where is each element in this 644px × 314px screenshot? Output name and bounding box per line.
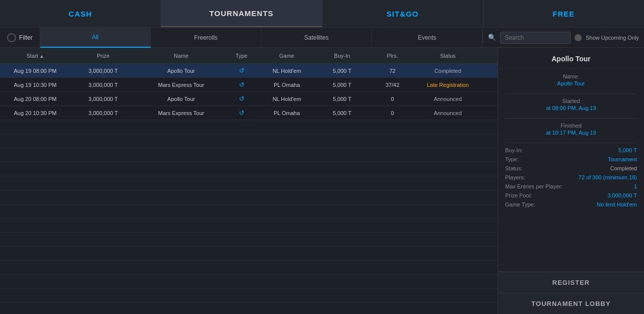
search-input[interactable] [500,32,571,44]
col-plrs[interactable]: Plrs. [367,53,418,59]
cell-start: Aug 19 08:00 PM [0,68,70,74]
empty-row [0,134,498,148]
empty-row [0,204,498,219]
right-panel: Apollo Tour Name: Apollo Tour Started at… [498,48,644,314]
detail-field-val: 3,000,000 T [607,192,637,198]
cell-type-icon: ↺ [226,109,257,117]
col-game[interactable]: Game [257,53,317,59]
panel-body: Name: Apollo Tour Started at 08:00 PM, A… [498,68,644,271]
detail-fields: Buy-In: 5,000 T Type: Tournament Status:… [505,147,637,207]
cell-name: Apollo Tour [136,96,226,102]
detail-field-row: Buy-In: 5,000 T [505,147,637,153]
cell-status: Announced [418,96,478,102]
sub-nav-items: All Freerolls Satellites Events [40,28,483,48]
empty-row [0,303,498,314]
tab-cash[interactable]: CASH [0,0,161,27]
detail-field-row: Type: Tournament [505,156,637,162]
detail-field-row: Game Type: No limit Hold'em [505,201,637,207]
cell-plrs: 37/42 [367,82,418,88]
detail-field-row: Prize Pool: 3,000,000 T [505,192,637,198]
table-row[interactable]: Aug 20 10:30 PM 3,000,000 T Mars Express… [0,106,498,120]
empty-row [0,275,498,289]
cell-start: Aug 20 08:00 PM [0,96,70,102]
cell-start: Aug 19 10:30 PM [0,82,70,88]
detail-finished-section: Finished at 10:17 PM, Aug 19 [505,123,637,136]
cell-game: NL Hold'em [257,96,317,102]
col-prize[interactable]: Prize [70,53,136,59]
search-icon: 🔍 [488,34,496,41]
cell-game: NL Hold'em [257,68,317,74]
panel-title: Apollo Tour [498,48,644,68]
subnav-item-satellites[interactable]: Satellites [261,28,372,48]
tab-sitgo[interactable]: SIT&GO [323,0,484,27]
detail-field-key: Type: [505,156,519,162]
main-area: Start Prize Name Type Game Buy-In Plrs. … [0,48,644,314]
table-row[interactable]: Aug 19 10:30 PM 3,000,000 T Mars Express… [0,78,498,92]
detail-name-value: Apollo Tour [505,80,637,86]
cell-buyin: 5,000 T [317,68,367,74]
tab-tournaments[interactable]: TOURNAMENTS [161,0,322,27]
cell-name: Mars Express Tour [136,82,226,88]
panel-btn-register[interactable]: REGISTER [498,272,644,293]
empty-row [0,247,498,261]
cell-prize: 3,000,000 T [70,82,136,88]
cell-game: PL Omaha [257,110,317,116]
cell-name: Apollo Tour [136,68,226,74]
table-header: Start Prize Name Type Game Buy-In Plrs. … [0,48,498,64]
detail-name-label: Name: [505,73,637,79]
empty-row [0,120,498,134]
detail-field-val: 72 of 300 (minimum 18) [579,174,637,180]
cell-status: Completed [418,68,478,74]
detail-field-key: Prize Pool: [505,192,532,198]
subnav-item-all[interactable]: All [40,28,151,48]
detail-field-key: Status: [505,165,522,171]
detail-field-key: Max Entries per Player: [505,183,562,189]
empty-row [0,219,498,233]
empty-row [0,148,498,162]
top-nav: CASH TOURNAMENTS SIT&GO FREE [0,0,644,28]
detail-field-val: Tournament [608,156,637,162]
cell-name: Mars Express Tour [136,110,226,116]
subnav-item-freerolls[interactable]: Freerolls [151,28,262,48]
detail-field-key: Game Type: [505,201,535,207]
cell-buyin: 5,000 T [317,110,367,116]
col-type[interactable]: Type [226,53,257,59]
cell-status: Announced [418,110,478,116]
cell-type-icon: ↺ [226,81,257,88]
empty-row [0,233,498,247]
detail-finished-value: at 10:17 PM, Aug 19 [505,130,637,136]
col-buyin[interactable]: Buy-In [317,53,367,59]
detail-field-val: No limit Hold'em [597,201,637,207]
detail-started-value: at 08:00 PM, Aug 19 [505,105,637,111]
subnav-item-events[interactable]: Events [372,28,482,48]
empty-row [0,289,498,303]
detail-started-label: Started [505,98,637,104]
table-row[interactable]: Aug 20 08:00 PM 3,000,000 T Apollo Tour … [0,92,498,106]
panel-btn-tournament-lobby[interactable]: TOURNAMENT LOBBY [498,293,644,314]
table-row[interactable]: Aug 19 08:00 PM 3,000,000 T Apollo Tour … [0,64,498,78]
empty-row [0,261,498,275]
detail-name-section: Name: Apollo Tour [505,73,637,86]
tab-free[interactable]: FREE [484,0,644,27]
filter-button[interactable]: Filter [0,28,40,47]
cell-prize: 3,000,000 T [70,68,136,74]
table-body: Aug 19 08:00 PM 3,000,000 T Apollo Tour … [0,64,498,314]
upcoming-toggle-icon[interactable] [575,34,582,41]
cell-buyin: 5,000 T [317,96,367,102]
col-name[interactable]: Name [136,53,226,59]
col-status[interactable]: Status [418,53,478,59]
cell-type-icon: ↺ [226,67,257,74]
cell-game: PL Omaha [257,82,317,88]
cell-buyin: 5,000 T [317,82,367,88]
empty-row [0,176,498,190]
col-start[interactable]: Start [0,53,70,59]
detail-field-val: 5,000 T [618,147,637,153]
cell-plrs: 0 [367,96,418,102]
detail-field-row: Status: Completed [505,165,637,171]
table-area: Start Prize Name Type Game Buy-In Plrs. … [0,48,498,314]
search-area: 🔍 Show Upcoming Only [482,32,644,44]
cell-prize: 3,000,000 T [70,96,136,102]
cell-status: Late Registration [418,82,478,88]
detail-field-val: Completed [610,165,637,171]
detail-started-section: Started at 08:00 PM, Aug 19 [505,98,637,111]
